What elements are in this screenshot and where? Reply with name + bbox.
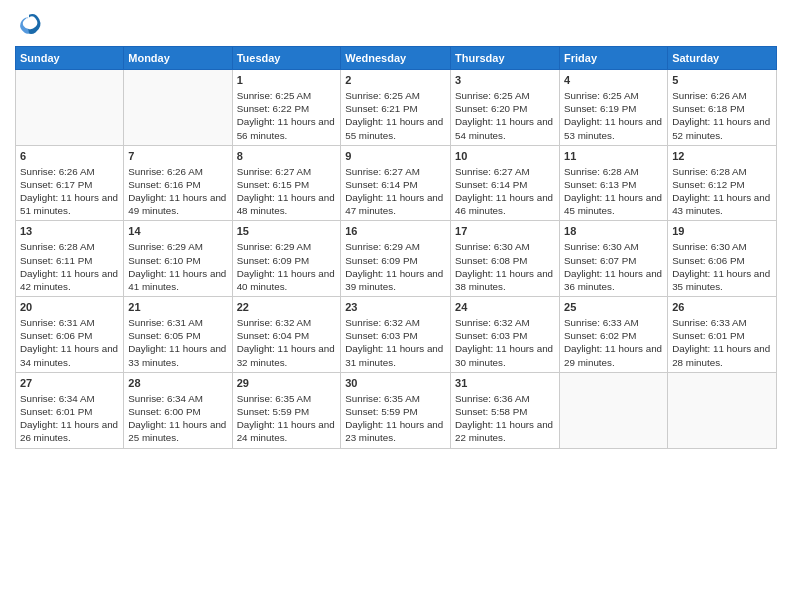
day-number: 11 [564, 149, 663, 164]
calendar-week-row: 1Sunrise: 6:25 AM Sunset: 6:22 PM Daylig… [16, 70, 777, 146]
day-info: Sunrise: 6:28 AM Sunset: 6:13 PM Dayligh… [564, 165, 663, 218]
day-number: 27 [20, 376, 119, 391]
day-info: Sunrise: 6:26 AM Sunset: 6:18 PM Dayligh… [672, 89, 772, 142]
day-number: 30 [345, 376, 446, 391]
calendar-cell: 13Sunrise: 6:28 AM Sunset: 6:11 PM Dayli… [16, 221, 124, 297]
calendar-week-row: 27Sunrise: 6:34 AM Sunset: 6:01 PM Dayli… [16, 372, 777, 448]
calendar-cell [124, 70, 232, 146]
day-info: Sunrise: 6:36 AM Sunset: 5:58 PM Dayligh… [455, 392, 555, 445]
day-number: 16 [345, 224, 446, 239]
calendar-cell: 25Sunrise: 6:33 AM Sunset: 6:02 PM Dayli… [560, 297, 668, 373]
calendar-cell: 11Sunrise: 6:28 AM Sunset: 6:13 PM Dayli… [560, 145, 668, 221]
day-number: 29 [237, 376, 337, 391]
calendar-cell: 21Sunrise: 6:31 AM Sunset: 6:05 PM Dayli… [124, 297, 232, 373]
day-number: 25 [564, 300, 663, 315]
weekday-header: Monday [124, 47, 232, 70]
calendar-body: 1Sunrise: 6:25 AM Sunset: 6:22 PM Daylig… [16, 70, 777, 449]
day-number: 28 [128, 376, 227, 391]
calendar-cell: 2Sunrise: 6:25 AM Sunset: 6:21 PM Daylig… [341, 70, 451, 146]
day-info: Sunrise: 6:27 AM Sunset: 6:14 PM Dayligh… [455, 165, 555, 218]
day-info: Sunrise: 6:30 AM Sunset: 6:07 PM Dayligh… [564, 240, 663, 293]
day-info: Sunrise: 6:25 AM Sunset: 6:20 PM Dayligh… [455, 89, 555, 142]
calendar-cell: 8Sunrise: 6:27 AM Sunset: 6:15 PM Daylig… [232, 145, 341, 221]
calendar-cell: 28Sunrise: 6:34 AM Sunset: 6:00 PM Dayli… [124, 372, 232, 448]
day-info: Sunrise: 6:26 AM Sunset: 6:16 PM Dayligh… [128, 165, 227, 218]
day-info: Sunrise: 6:33 AM Sunset: 6:02 PM Dayligh… [564, 316, 663, 369]
calendar-cell: 24Sunrise: 6:32 AM Sunset: 6:03 PM Dayli… [451, 297, 560, 373]
day-info: Sunrise: 6:32 AM Sunset: 6:03 PM Dayligh… [345, 316, 446, 369]
calendar-cell: 30Sunrise: 6:35 AM Sunset: 5:59 PM Dayli… [341, 372, 451, 448]
day-info: Sunrise: 6:35 AM Sunset: 5:59 PM Dayligh… [345, 392, 446, 445]
weekday-header: Friday [560, 47, 668, 70]
logo-icon [15, 10, 43, 38]
day-number: 13 [20, 224, 119, 239]
calendar-cell: 27Sunrise: 6:34 AM Sunset: 6:01 PM Dayli… [16, 372, 124, 448]
calendar-week-row: 20Sunrise: 6:31 AM Sunset: 6:06 PM Dayli… [16, 297, 777, 373]
calendar-cell [16, 70, 124, 146]
calendar-cell: 1Sunrise: 6:25 AM Sunset: 6:22 PM Daylig… [232, 70, 341, 146]
day-number: 2 [345, 73, 446, 88]
day-number: 6 [20, 149, 119, 164]
day-info: Sunrise: 6:34 AM Sunset: 6:00 PM Dayligh… [128, 392, 227, 445]
day-info: Sunrise: 6:32 AM Sunset: 6:03 PM Dayligh… [455, 316, 555, 369]
day-info: Sunrise: 6:30 AM Sunset: 6:08 PM Dayligh… [455, 240, 555, 293]
day-info: Sunrise: 6:25 AM Sunset: 6:21 PM Dayligh… [345, 89, 446, 142]
day-info: Sunrise: 6:34 AM Sunset: 6:01 PM Dayligh… [20, 392, 119, 445]
day-number: 18 [564, 224, 663, 239]
calendar-cell [668, 372, 777, 448]
day-number: 12 [672, 149, 772, 164]
weekday-row: SundayMondayTuesdayWednesdayThursdayFrid… [16, 47, 777, 70]
day-number: 26 [672, 300, 772, 315]
calendar-cell: 9Sunrise: 6:27 AM Sunset: 6:14 PM Daylig… [341, 145, 451, 221]
calendar-cell: 10Sunrise: 6:27 AM Sunset: 6:14 PM Dayli… [451, 145, 560, 221]
calendar-cell: 14Sunrise: 6:29 AM Sunset: 6:10 PM Dayli… [124, 221, 232, 297]
calendar-cell: 17Sunrise: 6:30 AM Sunset: 6:08 PM Dayli… [451, 221, 560, 297]
day-info: Sunrise: 6:28 AM Sunset: 6:12 PM Dayligh… [672, 165, 772, 218]
logo [15, 10, 47, 38]
day-info: Sunrise: 6:29 AM Sunset: 6:09 PM Dayligh… [345, 240, 446, 293]
day-number: 1 [237, 73, 337, 88]
day-number: 8 [237, 149, 337, 164]
weekday-header: Tuesday [232, 47, 341, 70]
calendar-cell: 7Sunrise: 6:26 AM Sunset: 6:16 PM Daylig… [124, 145, 232, 221]
calendar-cell: 6Sunrise: 6:26 AM Sunset: 6:17 PM Daylig… [16, 145, 124, 221]
day-info: Sunrise: 6:35 AM Sunset: 5:59 PM Dayligh… [237, 392, 337, 445]
day-info: Sunrise: 6:28 AM Sunset: 6:11 PM Dayligh… [20, 240, 119, 293]
day-info: Sunrise: 6:32 AM Sunset: 6:04 PM Dayligh… [237, 316, 337, 369]
calendar-header: SundayMondayTuesdayWednesdayThursdayFrid… [16, 47, 777, 70]
calendar-cell: 18Sunrise: 6:30 AM Sunset: 6:07 PM Dayli… [560, 221, 668, 297]
day-number: 22 [237, 300, 337, 315]
day-number: 9 [345, 149, 446, 164]
calendar-cell: 3Sunrise: 6:25 AM Sunset: 6:20 PM Daylig… [451, 70, 560, 146]
day-number: 15 [237, 224, 337, 239]
calendar-cell: 22Sunrise: 6:32 AM Sunset: 6:04 PM Dayli… [232, 297, 341, 373]
day-number: 10 [455, 149, 555, 164]
day-info: Sunrise: 6:25 AM Sunset: 6:19 PM Dayligh… [564, 89, 663, 142]
weekday-header: Wednesday [341, 47, 451, 70]
day-info: Sunrise: 6:33 AM Sunset: 6:01 PM Dayligh… [672, 316, 772, 369]
day-number: 5 [672, 73, 772, 88]
calendar-cell: 5Sunrise: 6:26 AM Sunset: 6:18 PM Daylig… [668, 70, 777, 146]
day-number: 3 [455, 73, 555, 88]
calendar-cell: 12Sunrise: 6:28 AM Sunset: 6:12 PM Dayli… [668, 145, 777, 221]
calendar-week-row: 13Sunrise: 6:28 AM Sunset: 6:11 PM Dayli… [16, 221, 777, 297]
calendar-cell: 15Sunrise: 6:29 AM Sunset: 6:09 PM Dayli… [232, 221, 341, 297]
weekday-header: Saturday [668, 47, 777, 70]
day-number: 4 [564, 73, 663, 88]
day-info: Sunrise: 6:30 AM Sunset: 6:06 PM Dayligh… [672, 240, 772, 293]
day-number: 21 [128, 300, 227, 315]
day-info: Sunrise: 6:31 AM Sunset: 6:06 PM Dayligh… [20, 316, 119, 369]
calendar-week-row: 6Sunrise: 6:26 AM Sunset: 6:17 PM Daylig… [16, 145, 777, 221]
day-number: 19 [672, 224, 772, 239]
day-info: Sunrise: 6:29 AM Sunset: 6:09 PM Dayligh… [237, 240, 337, 293]
day-number: 24 [455, 300, 555, 315]
calendar-cell: 31Sunrise: 6:36 AM Sunset: 5:58 PM Dayli… [451, 372, 560, 448]
calendar-cell [560, 372, 668, 448]
day-number: 31 [455, 376, 555, 391]
calendar-cell: 4Sunrise: 6:25 AM Sunset: 6:19 PM Daylig… [560, 70, 668, 146]
day-info: Sunrise: 6:31 AM Sunset: 6:05 PM Dayligh… [128, 316, 227, 369]
day-number: 7 [128, 149, 227, 164]
calendar-cell: 16Sunrise: 6:29 AM Sunset: 6:09 PM Dayli… [341, 221, 451, 297]
day-number: 14 [128, 224, 227, 239]
calendar-cell: 23Sunrise: 6:32 AM Sunset: 6:03 PM Dayli… [341, 297, 451, 373]
